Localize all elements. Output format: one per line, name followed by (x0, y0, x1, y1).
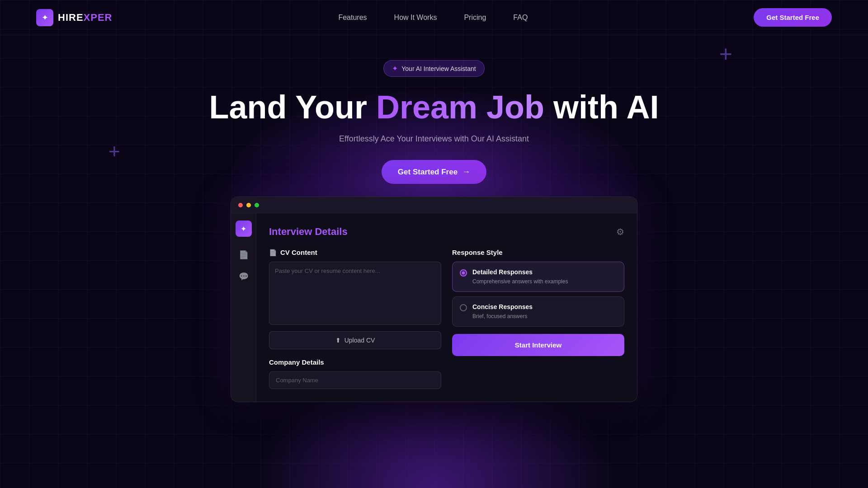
main-panel: Interview Details ⚙ 📄 CV Content ⬆ Uploa… (256, 213, 637, 402)
panel-title: Interview Details (269, 226, 348, 238)
style-option-detailed[interactable]: Detailed Responses Comprehensive answers… (452, 262, 624, 292)
radio-detailed (460, 269, 467, 277)
cv-section-title: 📄 CV Content (269, 249, 441, 256)
left-column: 📄 CV Content ⬆ Upload CV Company Details (269, 249, 441, 389)
two-col-layout: 📄 CV Content ⬆ Upload CV Company Details (269, 249, 624, 389)
hero-headline-gradient: Dream Job (376, 89, 544, 125)
right-column: Response Style Detailed Responses Compre… (452, 249, 624, 389)
style-option-concise-text: Concise Responses Brief, focused answers (472, 303, 533, 320)
start-interview-button[interactable]: Start Interview (452, 334, 624, 356)
window-dot-yellow (246, 203, 251, 207)
nav-pricing[interactable]: Pricing (464, 14, 486, 21)
nav-faq[interactable]: FAQ (513, 14, 528, 21)
sidebar-logo-icon[interactable]: ✦ (236, 221, 252, 237)
radio-concise (460, 304, 467, 311)
app-window: ✦ 📄 💬 Interview Details ⚙ 📄 CV Content (231, 197, 637, 402)
hero-cta-button[interactable]: Get Started Free → (382, 160, 486, 184)
arrow-right-icon: → (462, 167, 470, 177)
style-option-concise-description: Brief, focused answers (472, 313, 527, 319)
style-option-concise[interactable]: Concise Responses Brief, focused answers (452, 296, 624, 327)
window-content: ✦ 📄 💬 Interview Details ⚙ 📄 CV Content (231, 213, 637, 402)
hero-headline: Land Your Dream Job with AI (0, 89, 868, 125)
nav-how-it-works[interactable]: How It Works (394, 14, 437, 21)
upload-label: Upload CV (344, 337, 375, 344)
window-bar (231, 197, 637, 213)
cv-section-label: CV Content (280, 249, 317, 256)
window-dot-green (255, 203, 259, 207)
style-option-detailed-text: Detailed Responses Comprehensive answers… (472, 268, 568, 285)
panel-header: Interview Details ⚙ (269, 226, 624, 238)
company-section: Company Details (269, 358, 441, 389)
company-section-label: Company Details (269, 358, 324, 366)
app-sidebar: ✦ 📄 💬 (231, 213, 256, 402)
hero-headline-suffix: with AI (544, 89, 659, 125)
hero-section: ✦ Your AI Interview Assistant Land Your … (0, 35, 868, 184)
upload-icon: ⬆ (335, 337, 341, 344)
sidebar-icon-document[interactable]: 📄 (236, 248, 251, 262)
ai-badge-icon: ✦ (392, 64, 398, 73)
settings-icon[interactable]: ⚙ (616, 226, 624, 237)
style-option-detailed-label: Detailed Responses (472, 268, 568, 276)
logo-icon: ✦ (36, 9, 53, 26)
company-name-input[interactable] (269, 371, 441, 389)
style-option-concise-label: Concise Responses (472, 303, 533, 310)
response-style-title: Response Style (452, 249, 624, 256)
style-option-detailed-description: Comprehensive answers with examples (472, 278, 568, 285)
navbar: ✦ HIREXPER Features How It Works Pricing… (0, 0, 868, 35)
hero-headline-plain: Land Your (209, 89, 376, 125)
logo-text: HIREXPER (58, 12, 112, 23)
nav-features[interactable]: Features (338, 14, 367, 21)
ai-badge-text: Your AI Interview Assistant (401, 65, 476, 72)
cv-section-icon: 📄 (269, 249, 277, 256)
window-dot-red (238, 203, 243, 207)
ai-badge: ✦ Your AI Interview Assistant (383, 60, 484, 77)
company-section-title: Company Details (269, 358, 441, 366)
hero-cta-label: Get Started Free (398, 168, 458, 177)
upload-cv-button[interactable]: ⬆ Upload CV (269, 331, 441, 349)
cv-textarea[interactable] (269, 262, 441, 325)
hero-subtext: Effortlessly Ace Your Interviews with Ou… (0, 134, 868, 144)
nav-links: Features How It Works Pricing FAQ (338, 14, 528, 22)
nav-cta-button[interactable]: Get Started Free (754, 8, 832, 27)
logo[interactable]: ✦ HIREXPER (36, 9, 112, 26)
sidebar-icon-chat[interactable]: 💬 (236, 269, 251, 284)
